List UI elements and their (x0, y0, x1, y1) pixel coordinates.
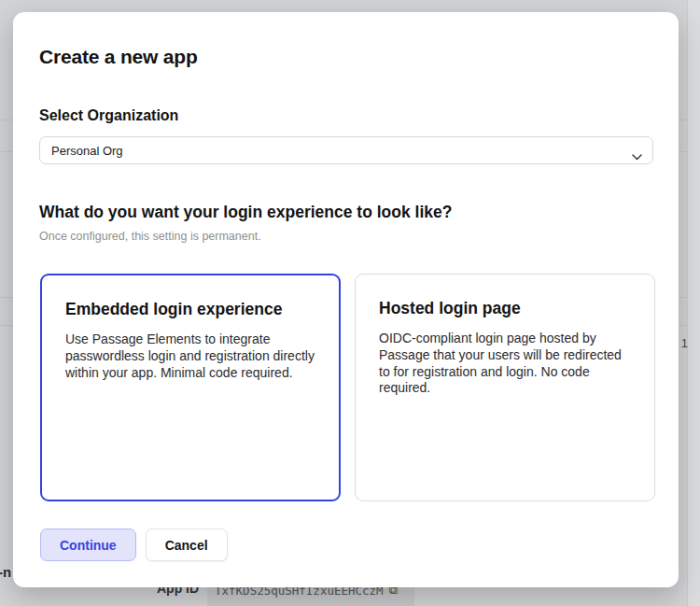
option-card-description: Use Passage Elements to integrate passwo… (65, 331, 316, 381)
continue-button[interactable]: Continue (40, 528, 136, 561)
login-option-cards: Embedded login experience Use Passage El… (40, 274, 655, 501)
option-card-description: OIDC-compliant login page hosted by Pass… (379, 331, 632, 397)
option-card-title: Embedded login experience (65, 300, 316, 319)
login-experience-note: Once configured, this setting is permane… (39, 230, 261, 243)
modal-title: Create a new app (39, 46, 198, 68)
modal-actions: Continue Cancel (40, 528, 228, 561)
option-card-title: Hosted login page (379, 299, 632, 318)
cancel-button[interactable]: Cancel (146, 528, 228, 561)
login-experience-question: What do you want your login experience t… (39, 203, 452, 222)
option-card-embedded[interactable]: Embedded login experience Use Passage El… (40, 274, 341, 501)
organization-select-wrapper: Personal Org (39, 136, 653, 164)
organization-select[interactable]: Personal Org (39, 136, 653, 164)
background-partial-text-left: -n (0, 564, 11, 580)
option-card-hosted[interactable]: Hosted login page OIDC-compliant login p… (355, 274, 655, 501)
select-organization-label: Select Organization (39, 107, 178, 124)
scrollbar-gutter (687, 0, 700, 606)
create-app-modal: Create a new app Select Organization Per… (13, 12, 679, 587)
